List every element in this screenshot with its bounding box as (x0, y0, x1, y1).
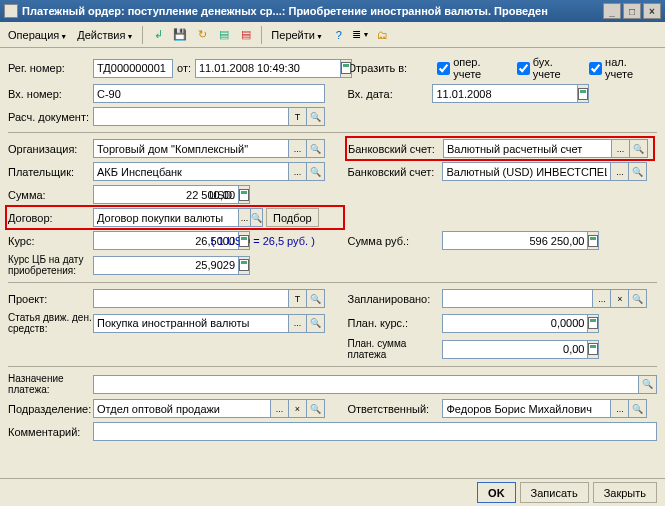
unpost-icon[interactable]: ▤ (236, 25, 256, 45)
bank2-select-icon[interactable]: ... (611, 162, 629, 181)
dds-search-icon[interactable]: 🔍 (307, 314, 325, 333)
project-t-button[interactable]: T (289, 289, 307, 308)
app-icon (4, 4, 18, 18)
project-search-icon[interactable]: 🔍 (307, 289, 325, 308)
buh-checkbox[interactable] (517, 62, 530, 75)
dept-input[interactable] (93, 399, 271, 418)
resp-search-icon[interactable]: 🔍 (629, 399, 647, 418)
bank2-label: Банковский счет: (347, 166, 442, 178)
select-button[interactable]: Подбор (266, 208, 319, 227)
contract-search-icon[interactable]: 🔍 (251, 208, 263, 227)
window-title: Платежный ордер: поступление денежных ср… (22, 5, 603, 17)
maximize-button[interactable]: □ (623, 3, 641, 19)
org-label: Организация: (8, 143, 93, 155)
in-date-input[interactable] (432, 84, 578, 103)
goto-menu[interactable]: Перейти▼ (267, 27, 327, 43)
help-icon[interactable]: ? (329, 25, 349, 45)
in-num-input[interactable] (93, 84, 325, 103)
plan-rate-input[interactable] (442, 314, 588, 333)
reflect-label: Отразить в: (347, 62, 431, 74)
reg-num-label: Рег. номер: (8, 62, 93, 74)
contract-select-icon[interactable]: ... (239, 208, 251, 227)
org-search-icon[interactable]: 🔍 (307, 139, 325, 158)
planned-input[interactable] (442, 289, 593, 308)
operation-menu[interactable]: Операция▼ (4, 27, 71, 43)
save-icon[interactable]: 💾 (170, 25, 190, 45)
sum-calc-icon[interactable] (239, 185, 250, 204)
cb-rate-label: Курс ЦБ на дату приобретения: (8, 254, 93, 276)
add-icon[interactable]: ↲ (148, 25, 168, 45)
plan-rate-label: План. курс.: (347, 317, 442, 329)
from-date-input[interactable] (195, 59, 341, 78)
in-date-picker-icon[interactable] (578, 84, 589, 103)
plan-rate-calc-icon[interactable] (588, 314, 599, 333)
calc-doc-search-icon[interactable]: 🔍 (307, 107, 325, 126)
payer-label: Плательщик: (8, 166, 93, 178)
ok-button[interactable]: OK (477, 482, 516, 503)
reg-num-input[interactable] (93, 59, 173, 78)
bank1-select-icon[interactable]: ... (612, 139, 630, 158)
oper-checkbox[interactable] (437, 62, 450, 75)
comment-input[interactable] (93, 422, 657, 441)
plan-sum-calc-icon[interactable] (588, 340, 599, 359)
cb-rate-calc-icon[interactable] (239, 256, 250, 275)
project-label: Проект: (8, 293, 93, 305)
buh-label: бух. учете (533, 56, 583, 80)
dds-select-icon[interactable]: ... (289, 314, 307, 333)
bank2-input[interactable] (442, 162, 611, 181)
sum-rub-calc-icon[interactable] (588, 231, 599, 250)
save-button[interactable]: Записать (520, 482, 589, 503)
sum-rub-label: Сумма руб.: (347, 235, 442, 247)
resp-input[interactable] (442, 399, 611, 418)
dds-input[interactable] (93, 314, 289, 333)
dept-select-icon[interactable]: ... (271, 399, 289, 418)
planned-search-icon[interactable]: 🔍 (629, 289, 647, 308)
plan-sum-input[interactable] (442, 340, 588, 359)
purpose-search-icon[interactable]: 🔍 (639, 375, 657, 394)
org-input[interactable] (93, 139, 289, 158)
sum-rub-input[interactable] (442, 231, 588, 250)
dept-clear-icon[interactable]: × (289, 399, 307, 418)
planned-clear-icon[interactable]: × (611, 289, 629, 308)
form-content: Рег. номер: от: Отразить в: опер. учете … (0, 48, 665, 478)
project-input[interactable] (93, 289, 289, 308)
close-form-button[interactable]: Закрыть (593, 482, 657, 503)
contract-input[interactable] (93, 208, 239, 227)
minimize-button[interactable]: _ (603, 3, 621, 19)
org-select-icon[interactable]: ... (289, 139, 307, 158)
resp-label: Ответственный: (347, 403, 442, 415)
list-icon[interactable]: ≣▼ (351, 25, 371, 45)
in-num-label: Вх. номер: (8, 88, 93, 100)
bank1-input[interactable] (443, 139, 612, 158)
resp-select-icon[interactable]: ... (611, 399, 629, 418)
rate-calc-icon[interactable] (239, 231, 250, 250)
comment-label: Комментарий: (8, 426, 93, 438)
footer: OK Записать Закрыть (0, 478, 665, 506)
bank2-search-icon[interactable]: 🔍 (629, 162, 647, 181)
purpose-label: Назначение платежа: (8, 373, 93, 395)
tree-icon[interactable]: 🗂 (373, 25, 393, 45)
dept-search-icon[interactable]: 🔍 (307, 399, 325, 418)
cb-rate-input[interactable] (93, 256, 239, 275)
nal-checkbox[interactable] (589, 62, 602, 75)
calc-doc-input[interactable] (93, 107, 289, 126)
payer-input[interactable] (93, 162, 289, 181)
titlebar: Платежный ордер: поступление денежных ср… (0, 0, 665, 22)
close-button[interactable]: × (643, 3, 661, 19)
post-icon[interactable]: ▤ (214, 25, 234, 45)
payer-select-icon[interactable]: ... (289, 162, 307, 181)
refresh-icon[interactable]: ↻ (192, 25, 212, 45)
calc-doc-t-button[interactable]: T (289, 107, 307, 126)
toolbar: Операция▼ Действия▼ ↲ 💾 ↻ ▤ ▤ Перейти▼ ?… (0, 22, 665, 48)
plan-sum-label: План. сумма платежа (347, 338, 442, 360)
planned-select-icon[interactable]: ... (593, 289, 611, 308)
purpose-input[interactable] (93, 375, 639, 394)
actions-menu[interactable]: Действия▼ (73, 27, 137, 43)
contract-label: Договор: (8, 212, 93, 224)
rate-note: ( 1 USD = 26,5 руб. ) (211, 235, 315, 247)
payer-search-icon[interactable]: 🔍 (307, 162, 325, 181)
in-date-label: Вх. дата: (347, 88, 432, 100)
bank1-search-icon[interactable]: 🔍 (630, 139, 648, 158)
dept-label: Подразделение: (8, 403, 93, 415)
currency-label: USD (209, 189, 232, 201)
